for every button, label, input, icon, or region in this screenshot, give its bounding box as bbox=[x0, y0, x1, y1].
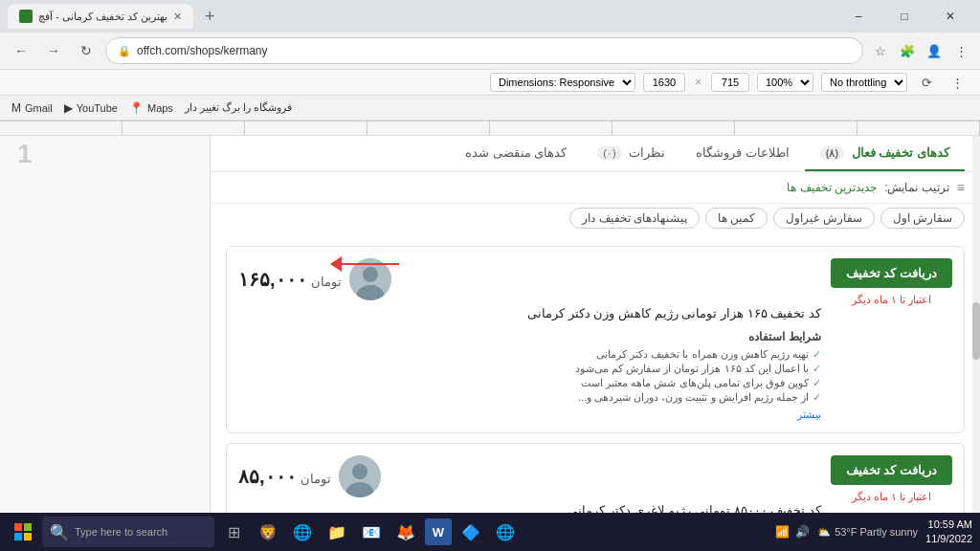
forward-button[interactable]: → bbox=[40, 37, 67, 64]
svg-rect-6 bbox=[14, 523, 22, 531]
taskbar-icon-lion[interactable]: 🦁 bbox=[253, 517, 283, 547]
taskbar-icon-word[interactable]: W bbox=[425, 518, 452, 545]
windows-start-button[interactable] bbox=[8, 517, 38, 547]
svg-rect-7 bbox=[24, 523, 32, 531]
ruler-seg bbox=[245, 121, 368, 135]
taskbar-icon-chrome[interactable]: 🌐 bbox=[490, 517, 521, 547]
page-number: 1 bbox=[17, 139, 33, 169]
lock-icon: 🔒 bbox=[118, 45, 131, 57]
ruler-seg bbox=[0, 121, 122, 135]
currency-1: تومان bbox=[311, 275, 342, 289]
ruler-seg bbox=[735, 121, 858, 135]
devtools-bar: Dimensions: Responsive × 100% No throttl… bbox=[0, 69, 980, 96]
validity-1: اعتبار تا ۱ ماه دیگر bbox=[852, 294, 931, 306]
profile-icon[interactable]: 👤 bbox=[923, 39, 946, 62]
taskbar-icon-firefox[interactable]: 🦊 bbox=[390, 517, 421, 547]
close-button[interactable]: ✕ bbox=[928, 0, 972, 33]
maximize-button[interactable]: □ bbox=[882, 0, 926, 33]
volume-icon: 🔊 bbox=[795, 525, 810, 539]
bookmark-youtube-label: YouTube bbox=[77, 102, 118, 114]
weather-icon: ⛅ bbox=[817, 526, 831, 539]
more-devtools-icon[interactable]: ⋮ bbox=[946, 71, 969, 94]
get-discount-btn-1[interactable]: دریافت کد تخفیف bbox=[831, 258, 952, 288]
url-field[interactable]: 🔒 offch.com/shops/kermany bbox=[105, 37, 863, 64]
search-taskbar-button[interactable]: 🔍 Type here to search bbox=[42, 517, 214, 547]
bookmark-gmail-label: Gmail bbox=[25, 102, 53, 114]
card-title-1: کد تخفیف ۱۶۵ هزار تومانی رژیم کاهش وزن د… bbox=[238, 304, 821, 324]
tab-close-button[interactable]: ✕ bbox=[173, 11, 182, 23]
weather-info: ⛅ 53°F Partly sunny bbox=[817, 526, 918, 539]
search-taskbar-placeholder: Type here to search bbox=[75, 526, 167, 538]
filter-row: سفارش اول سفارش غیراول کمین ها پیشنهادها… bbox=[211, 204, 980, 236]
tab-active-discounts[interactable]: کدهای تخفیف فعال (۸) bbox=[805, 136, 965, 171]
minimize-button[interactable]: – bbox=[836, 0, 880, 33]
new-tab-button[interactable]: + bbox=[197, 7, 223, 27]
tab-reviews-label: نظرات bbox=[629, 145, 665, 160]
refresh-devtools-icon[interactable]: ⟳ bbox=[915, 71, 938, 94]
tab-store-info-label: اطلاعات فروشگاه bbox=[696, 145, 790, 160]
clock-time: 10:59 AM bbox=[925, 518, 972, 532]
list-item: کوپن فوق برای تمامی پلن‌های شش ماهه معتب… bbox=[238, 376, 821, 390]
filter-suggestions[interactable]: پیشنهادهای تخفیف دار bbox=[569, 208, 700, 229]
card-1-right: تومان ۱۶۵,۰۰۰ کد تخفیف ۱۶۵ هزار تومانی ر… bbox=[238, 258, 821, 421]
address-bar: ← → ↻ 🔒 offch.com/shops/kermany ☆ 🧩 👤 ⋮ bbox=[0, 33, 980, 69]
tab-bar: بهترین کد تخفیف کرمانی - آفچ ✕ + – □ ✕ bbox=[0, 0, 980, 33]
filter-first-order[interactable]: سفارش اول bbox=[880, 208, 965, 229]
taskbar-icon-edge[interactable]: 🌐 bbox=[287, 517, 318, 547]
filter-lowest[interactable]: کمین ها bbox=[705, 208, 768, 229]
svg-rect-9 bbox=[24, 533, 32, 540]
maps-icon: 📍 bbox=[129, 101, 144, 115]
taskbar-icon-blue[interactable]: 🔷 bbox=[456, 517, 486, 547]
taskbar: 🔍 Type here to search ⊞ 🦁 🌐 📁 📧 🦊 W 🔷 🌐 … bbox=[0, 513, 980, 551]
tab-active-discounts-badge: (۸) bbox=[820, 146, 844, 160]
throttle-select[interactable]: No throttling bbox=[821, 73, 907, 92]
card-1-left: دریافت کد تخفیف اعتبار تا ۱ ماه دیگر bbox=[831, 258, 952, 421]
svg-point-4 bbox=[352, 464, 368, 479]
ruler-seg bbox=[612, 121, 735, 135]
settings-icon[interactable]: ⋮ bbox=[949, 39, 972, 62]
filter-non-first-order[interactable]: سفارش غیراول bbox=[773, 208, 874, 229]
back-button[interactable]: ← bbox=[8, 37, 34, 64]
bookmark-store[interactable]: فروشگاه را برگ تغییر دار bbox=[185, 101, 292, 114]
zoom-select[interactable]: 100% bbox=[757, 73, 813, 92]
browser-icons: ☆ 🧩 👤 ⋮ bbox=[869, 39, 972, 62]
taskview-button[interactable]: ⊞ bbox=[218, 517, 249, 547]
ruler-seg bbox=[490, 121, 612, 135]
browser-chrome: بهترین کد تخفیف کرمانی - آفچ ✕ + – □ ✕ ←… bbox=[0, 0, 980, 121]
ruler-seg bbox=[368, 121, 490, 135]
main-content: کدهای تخفیف فعال (۸) اطلاعات فروشگاه نظر… bbox=[211, 136, 980, 551]
scrollbar[interactable] bbox=[972, 136, 980, 551]
width-input[interactable] bbox=[643, 73, 685, 92]
reload-button[interactable]: ↻ bbox=[73, 37, 100, 64]
extension-icon[interactable]: 🧩 bbox=[896, 39, 919, 62]
taskbar-icon-email[interactable]: 📧 bbox=[356, 517, 387, 547]
tab-expired[interactable]: کدهای منقضی شده bbox=[450, 136, 582, 171]
height-input[interactable] bbox=[711, 73, 749, 92]
dimensions-select[interactable]: Dimensions: Responsive bbox=[490, 73, 635, 92]
price-row-2: تومان ۸۵,۰۰۰ bbox=[238, 455, 821, 497]
scrollbar-thumb[interactable] bbox=[972, 302, 980, 360]
search-taskbar-icon: 🔍 bbox=[50, 523, 69, 541]
clock-date: 11/9/2022 bbox=[925, 532, 972, 546]
price-display-2: تومان ۸۵,۰۰۰ bbox=[238, 465, 331, 488]
bookmark-gmail[interactable]: M Gmail bbox=[11, 101, 53, 115]
more-link-1[interactable]: بیشتر bbox=[238, 408, 821, 421]
taskbar-icon-explorer[interactable]: 📁 bbox=[322, 517, 352, 547]
tab-reviews-badge: (۰) bbox=[597, 146, 621, 160]
currency-2: تومان bbox=[301, 472, 331, 486]
get-discount-btn-2[interactable]: دریافت کد تخفیف bbox=[831, 455, 952, 485]
system-tray: 📶 🔊 bbox=[775, 525, 810, 539]
tab-reviews[interactable]: نظرات (۰) bbox=[582, 136, 680, 171]
bookmark-maps[interactable]: 📍 Maps bbox=[129, 101, 173, 115]
sort-label: ترتیب نمایش: bbox=[884, 181, 949, 194]
bookmarks-bar: M Gmail ▶ YouTube 📍 Maps فروشگاه را برگ … bbox=[0, 96, 980, 121]
bookmark-maps-label: Maps bbox=[147, 102, 173, 114]
tab-store-info[interactable]: اطلاعات فروشگاه bbox=[680, 136, 805, 171]
bookmark-youtube[interactable]: ▶ YouTube bbox=[64, 101, 118, 115]
sort-value[interactable]: جدیدترین تخفیف ها bbox=[787, 181, 877, 194]
ruler bbox=[0, 121, 980, 136]
tab-favicon bbox=[19, 10, 33, 23]
price-row-1: تومان ۱۶۵,۰۰۰ bbox=[238, 258, 821, 300]
bookmark-star-icon[interactable]: ☆ bbox=[869, 39, 892, 62]
active-tab[interactable]: بهترین کد تخفیف کرمانی - آفچ ✕ bbox=[8, 4, 193, 29]
